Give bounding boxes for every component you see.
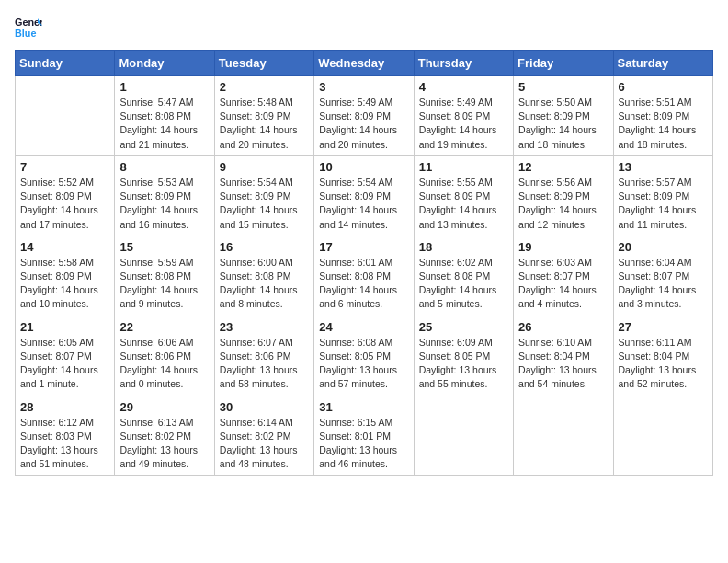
day-number: 31 <box>319 400 408 414</box>
day-info: Sunrise: 6:01 AMSunset: 8:08 PMDaylight:… <box>319 256 408 312</box>
day-info: Sunrise: 6:11 AMSunset: 8:04 PMDaylight:… <box>619 336 708 392</box>
calendar-cell: 19Sunrise: 6:03 AMSunset: 8:07 PMDayligh… <box>514 236 613 316</box>
day-info: Sunrise: 5:59 AMSunset: 8:08 PMDaylight:… <box>119 256 209 312</box>
calendar-cell: 26Sunrise: 6:10 AMSunset: 8:04 PMDayligh… <box>514 316 613 396</box>
day-number: 9 <box>220 160 309 174</box>
day-info: Sunrise: 5:56 AMSunset: 8:09 PMDaylight:… <box>518 176 608 232</box>
day-info: Sunrise: 5:51 AMSunset: 8:09 PMDaylight:… <box>619 96 708 152</box>
week-row-3: 14Sunrise: 5:58 AMSunset: 8:09 PMDayligh… <box>16 236 713 316</box>
weekday-header-saturday: Saturday <box>613 51 712 76</box>
calendar-cell: 30Sunrise: 6:14 AMSunset: 8:02 PMDayligh… <box>214 396 313 476</box>
day-info: Sunrise: 5:49 AMSunset: 8:09 PMDaylight:… <box>419 96 508 152</box>
logo-icon: General Blue <box>15 15 42 40</box>
calendar-cell: 31Sunrise: 6:15 AMSunset: 8:01 PMDayligh… <box>314 396 414 476</box>
week-row-4: 21Sunrise: 6:05 AMSunset: 8:07 PMDayligh… <box>16 316 713 396</box>
day-number: 4 <box>419 80 508 94</box>
day-number: 6 <box>619 80 708 94</box>
calendar-cell: 7Sunrise: 5:52 AMSunset: 8:09 PMDaylight… <box>16 155 115 236</box>
day-info: Sunrise: 5:58 AMSunset: 8:09 PMDaylight:… <box>20 256 109 312</box>
calendar-cell: 9Sunrise: 5:54 AMSunset: 8:09 PMDaylight… <box>214 155 313 236</box>
weekday-header-sunday: Sunday <box>16 51 115 76</box>
day-number: 7 <box>20 160 109 174</box>
day-info: Sunrise: 5:52 AMSunset: 8:09 PMDaylight:… <box>20 176 109 232</box>
calendar-cell: 15Sunrise: 5:59 AMSunset: 8:08 PMDayligh… <box>115 236 214 316</box>
day-info: Sunrise: 5:47 AMSunset: 8:08 PMDaylight:… <box>119 96 209 152</box>
svg-text:Blue: Blue <box>15 28 36 39</box>
page-header: General Blue <box>15 15 713 40</box>
week-row-2: 7Sunrise: 5:52 AMSunset: 8:09 PMDaylight… <box>16 155 713 236</box>
calendar-cell: 27Sunrise: 6:11 AMSunset: 8:04 PMDayligh… <box>613 316 712 396</box>
calendar-cell: 14Sunrise: 5:58 AMSunset: 8:09 PMDayligh… <box>16 236 115 316</box>
day-number: 15 <box>119 240 209 254</box>
day-number: 29 <box>119 400 209 414</box>
calendar-cell <box>414 396 513 476</box>
day-number: 11 <box>419 160 508 174</box>
calendar-cell: 1Sunrise: 5:47 AMSunset: 8:08 PMDaylight… <box>115 76 214 156</box>
calendar-cell: 21Sunrise: 6:05 AMSunset: 8:07 PMDayligh… <box>16 316 115 396</box>
calendar-cell: 25Sunrise: 6:09 AMSunset: 8:05 PMDayligh… <box>414 316 513 396</box>
day-info: Sunrise: 6:09 AMSunset: 8:05 PMDaylight:… <box>419 336 508 392</box>
day-info: Sunrise: 5:54 AMSunset: 8:09 PMDaylight:… <box>319 176 408 232</box>
day-number: 21 <box>20 320 109 334</box>
day-number: 13 <box>619 160 708 174</box>
day-info: Sunrise: 5:50 AMSunset: 8:09 PMDaylight:… <box>518 96 608 152</box>
day-info: Sunrise: 5:57 AMSunset: 8:09 PMDaylight:… <box>619 176 708 232</box>
day-info: Sunrise: 6:04 AMSunset: 8:07 PMDaylight:… <box>619 256 708 312</box>
day-info: Sunrise: 6:06 AMSunset: 8:06 PMDaylight:… <box>119 336 209 392</box>
day-info: Sunrise: 5:49 AMSunset: 8:09 PMDaylight:… <box>319 96 408 152</box>
calendar-cell <box>613 396 712 476</box>
day-info: Sunrise: 6:14 AMSunset: 8:02 PMDaylight:… <box>220 416 309 472</box>
day-number: 26 <box>518 320 608 334</box>
weekday-header-friday: Friday <box>514 51 613 76</box>
day-info: Sunrise: 5:48 AMSunset: 8:09 PMDaylight:… <box>220 96 309 152</box>
day-number: 20 <box>619 240 708 254</box>
day-info: Sunrise: 6:15 AMSunset: 8:01 PMDaylight:… <box>319 416 408 472</box>
calendar-cell: 18Sunrise: 6:02 AMSunset: 8:08 PMDayligh… <box>414 236 513 316</box>
week-row-1: 1Sunrise: 5:47 AMSunset: 8:08 PMDaylight… <box>16 76 713 156</box>
day-number: 30 <box>220 400 309 414</box>
calendar-cell: 24Sunrise: 6:08 AMSunset: 8:05 PMDayligh… <box>314 316 414 396</box>
day-number: 12 <box>518 160 608 174</box>
calendar-cell: 10Sunrise: 5:54 AMSunset: 8:09 PMDayligh… <box>314 155 414 236</box>
calendar-cell: 28Sunrise: 6:12 AMSunset: 8:03 PMDayligh… <box>16 396 115 476</box>
calendar-cell: 2Sunrise: 5:48 AMSunset: 8:09 PMDaylight… <box>214 76 313 156</box>
day-number: 17 <box>319 240 408 254</box>
day-number: 25 <box>419 320 508 334</box>
calendar-cell: 16Sunrise: 6:00 AMSunset: 8:08 PMDayligh… <box>214 236 313 316</box>
calendar-cell <box>514 396 613 476</box>
day-info: Sunrise: 5:53 AMSunset: 8:09 PMDaylight:… <box>119 176 209 232</box>
day-info: Sunrise: 6:00 AMSunset: 8:08 PMDaylight:… <box>220 256 309 312</box>
calendar-cell: 17Sunrise: 6:01 AMSunset: 8:08 PMDayligh… <box>314 236 414 316</box>
calendar-cell: 29Sunrise: 6:13 AMSunset: 8:02 PMDayligh… <box>115 396 214 476</box>
day-number: 19 <box>518 240 608 254</box>
day-info: Sunrise: 5:54 AMSunset: 8:09 PMDaylight:… <box>220 176 309 232</box>
day-number: 3 <box>319 80 408 94</box>
calendar-cell: 11Sunrise: 5:55 AMSunset: 8:09 PMDayligh… <box>414 155 513 236</box>
day-number: 2 <box>220 80 309 94</box>
weekday-header-monday: Monday <box>115 51 214 76</box>
calendar-cell: 4Sunrise: 5:49 AMSunset: 8:09 PMDaylight… <box>414 76 513 156</box>
day-info: Sunrise: 6:03 AMSunset: 8:07 PMDaylight:… <box>518 256 608 312</box>
day-info: Sunrise: 6:02 AMSunset: 8:08 PMDaylight:… <box>419 256 508 312</box>
calendar-cell: 6Sunrise: 5:51 AMSunset: 8:09 PMDaylight… <box>613 76 712 156</box>
day-number: 18 <box>419 240 508 254</box>
day-number: 23 <box>220 320 309 334</box>
week-row-5: 28Sunrise: 6:12 AMSunset: 8:03 PMDayligh… <box>16 396 713 476</box>
weekday-header-row: SundayMondayTuesdayWednesdayThursdayFrid… <box>16 51 713 76</box>
day-info: Sunrise: 6:07 AMSunset: 8:06 PMDaylight:… <box>220 336 309 392</box>
calendar-cell: 5Sunrise: 5:50 AMSunset: 8:09 PMDaylight… <box>514 76 613 156</box>
day-info: Sunrise: 6:13 AMSunset: 8:02 PMDaylight:… <box>119 416 209 472</box>
weekday-header-thursday: Thursday <box>414 51 513 76</box>
day-info: Sunrise: 6:10 AMSunset: 8:04 PMDaylight:… <box>518 336 608 392</box>
day-number: 14 <box>20 240 109 254</box>
day-number: 5 <box>518 80 608 94</box>
day-number: 22 <box>119 320 209 334</box>
weekday-header-wednesday: Wednesday <box>314 51 414 76</box>
weekday-header-tuesday: Tuesday <box>214 51 313 76</box>
day-info: Sunrise: 6:08 AMSunset: 8:05 PMDaylight:… <box>319 336 408 392</box>
day-number: 16 <box>220 240 309 254</box>
logo: General Blue <box>15 15 42 40</box>
day-number: 24 <box>319 320 408 334</box>
day-info: Sunrise: 6:12 AMSunset: 8:03 PMDaylight:… <box>20 416 109 472</box>
day-info: Sunrise: 6:05 AMSunset: 8:07 PMDaylight:… <box>20 336 109 392</box>
